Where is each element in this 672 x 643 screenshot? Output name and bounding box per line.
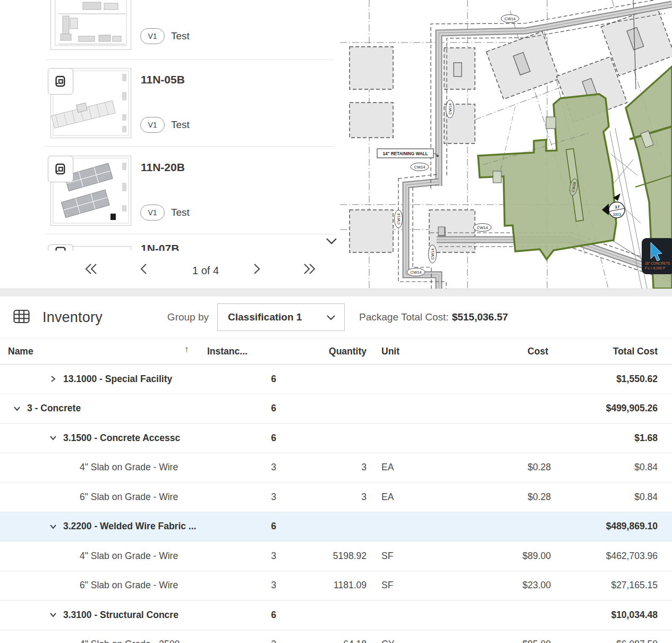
table-row[interactable]: 3.1500 - Concrete Accessc 6 $1.68	[0, 424, 672, 453]
sheet-version-row: V1 Test	[140, 205, 190, 221]
table-row[interactable]: 4" Slab on Grade - Wire 3 5198.92 SF $89…	[0, 542, 672, 571]
cursor-tooltip: 18" CONCRETE F'c = 8,000 P	[642, 238, 672, 274]
inventory-header: Inventory Group by Classification 1 Pack…	[0, 297, 672, 338]
sheet-version-row: V1 Test	[140, 117, 190, 133]
first-page-button[interactable]	[83, 261, 99, 278]
row-total-cost: $27,165.15	[551, 580, 658, 591]
row-name: 3.3100 - Structural Concre	[63, 610, 178, 621]
table-row[interactable]: 13.1000 - Special Facility 6 $1,550.62	[0, 365, 672, 394]
column-header-name[interactable]: Name↑	[8, 346, 207, 357]
row-cost: $89.00	[422, 551, 551, 562]
scroll-down-icon[interactable]	[325, 237, 338, 248]
svg-text:CW14: CW14	[505, 16, 516, 21]
row-total-cost: $499,905.26	[551, 403, 658, 414]
inventory-table: Name↑ Instanc... Quantity Unit Cost Tota…	[0, 338, 672, 643]
cw14-label: CW14	[473, 224, 491, 232]
column-header-total-cost[interactable]: Total Cost	[548, 346, 658, 357]
version-set-label: Test	[171, 207, 190, 218]
sheet-title[interactable]: 11N-20B	[141, 161, 185, 174]
sheet-thumbnail-sketch	[51, 0, 131, 49]
version-badge[interactable]: V1	[140, 205, 165, 221]
column-rect	[493, 171, 501, 183]
page-indicator: 1 of 4	[174, 265, 237, 277]
row-total-cost: $0.84	[551, 462, 658, 473]
column-header-quantity[interactable]: Quantity	[276, 346, 367, 357]
svg-text:CW14: CW14	[396, 214, 401, 225]
table-row[interactable]: 6" Slab on Grade - Wire 3 1181.09 SF $23…	[0, 571, 672, 601]
pagination-bar: 1 of 4	[40, 254, 340, 288]
package-total-value: $515,036.57	[452, 311, 508, 323]
chevron-down-icon[interactable]	[49, 611, 57, 619]
sheet-icon	[48, 156, 73, 182]
panel-separator	[0, 289, 672, 297]
version-badge[interactable]: V1	[140, 117, 165, 133]
row-quantity: 1181.09	[276, 580, 367, 591]
row-instances: 3	[260, 492, 276, 503]
table-row[interactable]: 3.3100 - Structural Concre 6 $10,034.48	[0, 600, 672, 630]
row-name: 3.2200 - Welded Wire Fabric ...	[63, 521, 196, 532]
chevron-down-icon[interactable]	[13, 405, 21, 412]
row-cost: $0.28	[422, 492, 551, 503]
row-name: 6" Slab on Grade - Wire	[80, 580, 178, 591]
table-row-selected[interactable]: 3.2200 - Welded Wire Fabric ... 6 $489,8…	[0, 512, 672, 542]
row-total-cost: $1.68	[551, 433, 658, 444]
row-total-cost: $462,703.96	[551, 551, 658, 562]
column-rect	[546, 117, 556, 129]
chevron-down-icon[interactable]	[49, 434, 57, 442]
row-instances: 3	[260, 639, 276, 643]
package-total-label: Package Total Cost:	[359, 311, 449, 323]
chevron-down-icon[interactable]	[49, 523, 57, 530]
sheet-list[interactable]: V1 Test	[40, 0, 340, 251]
drawing-viewer[interactable]: CW18 CW14 CW14 CW14 CW14 CW14 CW14 CW14 …	[340, 0, 672, 289]
previous-page-button[interactable]	[139, 261, 149, 278]
svg-text:14" RETAINING WALL: 14" RETAINING WALL	[382, 151, 428, 156]
list-divider	[45, 234, 335, 234]
cw14-label: CW14	[446, 100, 454, 118]
version-set-label: Test	[171, 30, 190, 42]
table-row[interactable]: 4" Slab on Grade - 3500 3 64.18 CY $95.0…	[0, 630, 672, 643]
cw14-label: CW14	[429, 245, 437, 263]
sort-ascending-icon[interactable]: ↑	[184, 344, 189, 355]
drawing-canvas[interactable]: CW18 CW14 CW14 CW14 CW14 CW14 CW14 CW14 …	[340, 0, 672, 289]
cw14-label: CW14	[411, 163, 429, 171]
retaining-wall-label: 14" RETAINING WALL	[377, 149, 439, 158]
row-total-cost: $6,097.50	[551, 639, 658, 643]
next-page-button[interactable]	[251, 261, 262, 278]
row-instances: 6	[260, 403, 276, 414]
row-name: 4" Slab on Grade - 3500	[80, 639, 180, 643]
row-quantity: 64.18	[276, 639, 367, 643]
list-divider	[45, 146, 335, 147]
row-quantity: 3	[276, 492, 367, 503]
sheet-title[interactable]: 1N-07B	[141, 242, 179, 251]
list-divider	[45, 60, 335, 60]
row-total-cost: $1,550.62	[551, 374, 658, 385]
row-instances: 3	[260, 580, 276, 591]
row-total-cost: $10,034.48	[551, 610, 658, 621]
cw14-label: CW14	[407, 268, 425, 276]
sheet-icon	[48, 68, 73, 95]
chevron-down-icon	[326, 315, 336, 320]
row-instances: 6	[260, 521, 276, 532]
table-row[interactable]: 4" Slab on Grade - Wire 3 3 EA $0.28 $0.…	[0, 453, 672, 483]
package-total: Package Total Cost:$515,036.57	[359, 311, 508, 323]
table-row[interactable]: 3 - Concrete 6 $499,905.26	[0, 394, 672, 424]
group-by-value: Classification 1	[228, 311, 326, 323]
table-row[interactable]: 6" Slab on Grade - Wire 3 3 EA $0.28 $0.…	[0, 483, 672, 512]
top-section: V1 Test	[0, 0, 672, 289]
cw14-label: CW14	[395, 210, 403, 228]
row-instances: 3	[260, 462, 276, 473]
version-badge[interactable]: V1	[140, 28, 165, 44]
row-total-cost: $0.84	[551, 492, 658, 503]
sheet-thumbnail[interactable]	[50, 0, 131, 50]
chevron-right-icon[interactable]	[49, 375, 57, 383]
svg-text:CW14: CW14	[477, 225, 488, 230]
sheet-title[interactable]: 11N-05B	[141, 73, 185, 86]
column-header-instances[interactable]: Instanc...	[207, 346, 276, 357]
sheet-icon	[48, 244, 73, 251]
column-header-unit[interactable]: Unit	[367, 346, 420, 357]
last-page-button[interactable]	[301, 261, 317, 278]
column-header-cost[interactable]: Cost	[420, 346, 548, 357]
row-instances: 6	[260, 610, 276, 621]
svg-text:CW14: CW14	[448, 104, 453, 115]
group-by-dropdown[interactable]: Classification 1	[217, 303, 345, 331]
